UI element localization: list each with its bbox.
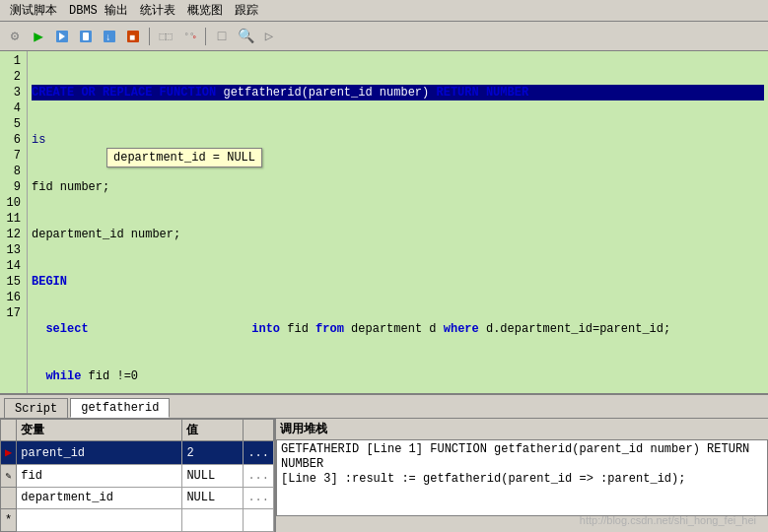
code-line-4: department_id number; [32, 227, 764, 242]
callstack-line-1: GETFATHERID [Line 1] FUNCTION getfatheri… [281, 442, 763, 472]
menu-test-script[interactable]: 测试脚本 [4, 0, 63, 21]
gear-icon[interactable]: ⚙ [4, 26, 26, 47]
line-num-10: 10 [4, 195, 23, 211]
vars-col-dots [244, 420, 274, 441]
line-num-5: 5 [4, 116, 23, 132]
menu-stats[interactable]: 统计表 [134, 0, 181, 21]
var-dots-parent-id: ... [244, 441, 274, 465]
line-num-17: 17 [4, 305, 23, 321]
var-name-dept: department_id [17, 487, 182, 509]
var-name-parent-id: parent_id [17, 441, 182, 465]
code-line-5: BEGIN [32, 274, 764, 290]
variables-panel: 变量 值 ▶ parent_id 2 ... ✎ fid [0, 419, 276, 532]
var-name-empty [17, 509, 182, 532]
var-row-fid[interactable]: ✎ fid NULL ... [1, 465, 274, 488]
var-row-department-id[interactable]: department_id NULL ... [1, 487, 274, 509]
toolbar-btn-3[interactable]: ↓ [99, 26, 120, 47]
watermark: http://blog.csdn.net/shi_hong_fei_hei [268, 512, 760, 528]
tab-getfatherid[interactable]: getfatherid [70, 398, 170, 418]
code-content[interactable]: CREATE OR REPLACE FUNCTION getfatherid(p… [28, 51, 768, 393]
line-num-11: 11 [4, 211, 23, 227]
line-num-8: 8 [4, 164, 23, 179]
code-line-6: select into fid from department d where … [32, 321, 764, 337]
tab-bar: Script getfatherid [0, 395, 768, 419]
var-icon-dept [1, 487, 17, 509]
menu-trace[interactable]: 跟踪 [229, 0, 264, 21]
var-row-empty: * [1, 509, 274, 532]
var-value-parent-id: 2 [182, 441, 244, 465]
var-dots-dept: ... [244, 487, 274, 509]
code-line-3: fid number; [32, 179, 764, 195]
toolbar-btn-4[interactable]: ■ [122, 26, 144, 47]
toolbar-btn-6[interactable]: °°° [178, 26, 200, 47]
line-num-9: 9 [4, 179, 23, 195]
code-line-2: is [32, 132, 764, 148]
toolbar: ⚙ ▶ ↓ ■ ⬚⬚ °°° □ 🔍 ▷ [0, 22, 768, 51]
line-num-13: 13 [4, 242, 23, 258]
line-num-4: 4 [4, 100, 23, 116]
toolbar-separator-2 [205, 28, 206, 45]
code-line-1: CREATE OR REPLACE FUNCTION getfatherid(p… [32, 85, 764, 100]
vars-col-value: 值 [182, 420, 244, 441]
toolbar-separator-1 [149, 28, 150, 45]
editor-area: 1 2 3 4 5 6 7 8 9 10 11 12 13 14 15 16 1… [0, 51, 768, 395]
tooltip-text: department_id = NULL [113, 151, 255, 165]
toolbar-btn-2[interactable] [75, 26, 97, 47]
svg-rect-3 [83, 33, 89, 40]
vars-col-icon [1, 420, 17, 441]
tab-script[interactable]: Script [4, 398, 68, 418]
tooltip: department_id = NULL [106, 148, 262, 167]
line-num-2: 2 [4, 69, 23, 85]
toolbar-btn-7[interactable]: □ [211, 26, 233, 47]
svg-text:↓: ↓ [105, 33, 111, 43]
line-num-14: 14 [4, 258, 23, 274]
run-button[interactable]: ▶ [28, 26, 49, 47]
svg-text:■: ■ [129, 33, 135, 43]
line-num-1: 1 [4, 53, 23, 69]
code-line-7: while fid !=0 [32, 368, 764, 384]
toolbar-btn-1[interactable] [51, 26, 73, 47]
toolbar-btn-9[interactable]: ▷ [258, 26, 280, 47]
var-value-dept: NULL [182, 487, 244, 509]
var-name-fid: fid [17, 465, 182, 488]
var-value-fid: NULL [182, 465, 244, 488]
callstack-content: GETFATHERID [Line 1] FUNCTION getfatheri… [276, 440, 768, 516]
menu-dbms-output[interactable]: DBMS 输出 [63, 0, 134, 21]
line-num-15: 15 [4, 274, 23, 290]
var-value-empty [182, 509, 244, 532]
main-area: 1 2 3 4 5 6 7 8 9 10 11 12 13 14 15 16 1… [0, 51, 768, 532]
line-num-6: 6 [4, 132, 23, 148]
toolbar-btn-8[interactable]: 🔍 [235, 26, 256, 47]
line-num-12: 12 [4, 227, 23, 242]
callstack-panel: 调用堆栈 GETFATHERID [Line 1] FUNCTION getfa… [276, 419, 768, 532]
tab-getfatherid-label: getfatherid [81, 401, 159, 415]
tab-script-label: Script [15, 402, 57, 416]
menu-bar: 测试脚本 DBMS 输出 统计表 概览图 跟踪 [0, 0, 768, 22]
var-row-parent-id[interactable]: ▶ parent_id 2 ... [1, 441, 274, 465]
line-numbers: 1 2 3 4 5 6 7 8 9 10 11 12 13 14 15 16 1… [0, 51, 28, 393]
line-num-7: 7 [4, 148, 23, 164]
var-icon-fid: ✎ [1, 465, 17, 488]
vars-col-name: 变量 [17, 420, 182, 441]
line-num-16: 16 [4, 290, 23, 305]
variables-table: 变量 值 ▶ parent_id 2 ... ✎ fid [0, 419, 274, 532]
toolbar-btn-5[interactable]: ⬚⬚ [155, 26, 176, 47]
callstack-header: 调用堆栈 [276, 419, 768, 440]
var-arrow-parent-id: ▶ [1, 441, 17, 465]
bottom-area: 变量 值 ▶ parent_id 2 ... ✎ fid [0, 419, 768, 532]
var-icon-empty: * [1, 509, 17, 532]
callstack-line-2: [Line 3] :result := getfatherid(parent_i… [281, 472, 763, 487]
line-num-3: 3 [4, 85, 23, 100]
var-dots-fid: ... [244, 465, 274, 488]
menu-overview[interactable]: 概览图 [181, 0, 229, 21]
